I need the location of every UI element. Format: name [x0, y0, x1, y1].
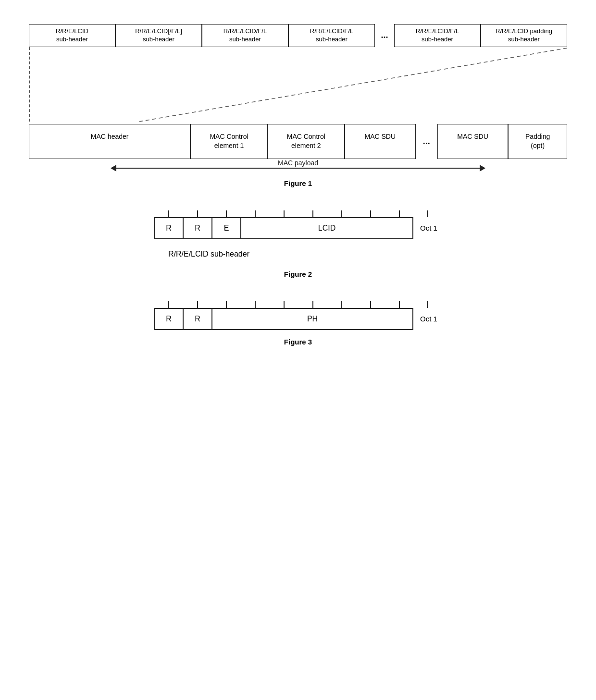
- subheader-cell-5: R/R/E/LCID/F/Lsub-header: [394, 24, 481, 47]
- subheader-text-4: R/R/E/LCID/F/Lsub-header: [310, 27, 353, 43]
- fig2-oct-label: Oct 1: [420, 224, 437, 232]
- fig3-oct-label: Oct 1: [420, 315, 437, 323]
- fig3-bit-r2: R: [184, 309, 212, 329]
- fig2-tick-row: [168, 207, 428, 217]
- fig2-bit-r2: R: [184, 218, 212, 238]
- fig3-tick-8: [399, 301, 400, 308]
- dashed-diagonal-svg: [29, 47, 567, 124]
- subheader-text-1: R/R/E/LCIDsub-header: [56, 27, 88, 43]
- arrow-body: MAC payload: [116, 168, 480, 169]
- subheader-text-5: R/R/E/LCID/F/Lsub-header: [416, 27, 459, 43]
- subheader-dots: ...: [375, 24, 394, 47]
- fig3-bits-row: R R PH: [154, 308, 413, 330]
- fig3-tick-4: [284, 301, 285, 308]
- fig3-bit-r1: R: [155, 309, 184, 329]
- fig2-bit-r1: R: [155, 218, 184, 238]
- fig3-tick-3: [255, 301, 256, 308]
- subheader-cell-6: R/R/E/LCID paddingsub-header: [481, 24, 567, 47]
- mac-header-text: MAC header: [91, 133, 129, 140]
- tick-0: [168, 210, 169, 217]
- subheader-cell-2: R/R/E/LCID[/F/L]sub-header: [115, 24, 202, 47]
- figure1-caption: Figure 1: [29, 179, 567, 187]
- mac-pdu-dots: ...: [416, 124, 437, 159]
- control2-text: MAC Controlelement 2: [287, 133, 325, 150]
- figure1-container: R/R/E/LCIDsub-header R/R/E/LCID[/F/L]sub…: [29, 24, 567, 187]
- fig2-subheader-label: R/R/E/LCID sub-header: [168, 250, 428, 258]
- fig3-tick-2: [226, 301, 227, 308]
- fig3-bit-ph: PH: [212, 309, 412, 329]
- tick-3: [255, 210, 256, 217]
- tick-1: [197, 210, 198, 217]
- mac-payload-arrow: MAC payload: [111, 165, 485, 172]
- mac-payload-row: MAC payload: [29, 165, 567, 172]
- tick-2: [226, 210, 227, 217]
- subheader-text-3: R/R/E/LCID/F/Lsub-header: [224, 27, 267, 43]
- tick-8: [399, 210, 400, 217]
- fig2-bits-with-label: R R E LCID Oct 1: [154, 217, 442, 239]
- figure2-diagram: R R E LCID Oct 1 R/R/E/LCID sub-header: [154, 207, 442, 262]
- fig3-tick-row: [168, 297, 428, 308]
- subheader-cell-4: R/R/E/LCID/F/Lsub-header: [288, 24, 375, 47]
- mac-pdu-dots-text: ...: [423, 135, 430, 147]
- figure3-caption: Figure 3: [29, 338, 567, 346]
- padding-cell: Padding(opt): [508, 124, 567, 159]
- subheader-cell-1: R/R/E/LCIDsub-header: [29, 24, 115, 47]
- subheader-text-2: R/R/E/LCID[/F/L]sub-header: [135, 27, 182, 43]
- subheader-row: R/R/E/LCIDsub-header R/R/E/LCID[/F/L]sub…: [29, 24, 567, 47]
- dots-text: ...: [381, 30, 388, 41]
- fig3-tick-6: [341, 301, 342, 308]
- mac-sdu2-cell: MAC SDU: [437, 124, 509, 159]
- tick-5: [312, 210, 313, 217]
- mac-sdu-text: MAC SDU: [365, 133, 396, 140]
- figure2-caption: Figure 2: [29, 270, 567, 278]
- figure3-section: R R PH Oct 1 Figure 3: [29, 297, 567, 346]
- mac-header-cell: MAC header: [29, 124, 190, 159]
- fig2-bits-row: R R E LCID: [154, 217, 413, 239]
- dashed-area: [29, 47, 567, 124]
- mac-sdu2-text: MAC SDU: [457, 133, 488, 140]
- tick-9: [427, 210, 428, 217]
- fig3-tick-7: [370, 301, 371, 308]
- fig3-bits-with-label: R R PH Oct 1: [154, 308, 442, 330]
- arrow-right-head: [480, 165, 485, 172]
- mac-pdu-row: MAC header MAC Controlelement 1 MAC Cont…: [29, 124, 567, 159]
- figure2-section: R R E LCID Oct 1 R/R/E/LCID sub-header: [29, 207, 567, 278]
- control2-cell: MAC Controlelement 2: [268, 124, 345, 159]
- fig2-bit-e: E: [212, 218, 241, 238]
- mac-sdu-cell: MAC SDU: [345, 124, 416, 159]
- figure3-diagram: R R PH Oct 1: [154, 297, 442, 330]
- tick-4: [284, 210, 285, 217]
- fig3-tick-0: [168, 301, 169, 308]
- fig3-tick-5: [312, 301, 313, 308]
- tick-7: [370, 210, 371, 217]
- arrow-left-head: [111, 165, 116, 172]
- control1-text: MAC Controlelement 1: [210, 133, 248, 150]
- control1-cell: MAC Controlelement 1: [190, 124, 267, 159]
- mac-payload-label: MAC payload: [278, 159, 318, 167]
- page-container: R/R/E/LCIDsub-header R/R/E/LCID[/F/L]sub…: [0, 0, 596, 375]
- fig3-tick-9: [427, 301, 428, 308]
- fig3-tick-1: [197, 301, 198, 308]
- subheader-cell-3: R/R/E/LCID/F/Lsub-header: [202, 24, 288, 47]
- svg-line-0: [139, 48, 567, 122]
- tick-6: [341, 210, 342, 217]
- fig2-bit-lcid: LCID: [241, 218, 412, 238]
- subheader-text-6: R/R/E/LCID paddingsub-header: [496, 27, 552, 43]
- padding-text: Padding(opt): [525, 133, 550, 150]
